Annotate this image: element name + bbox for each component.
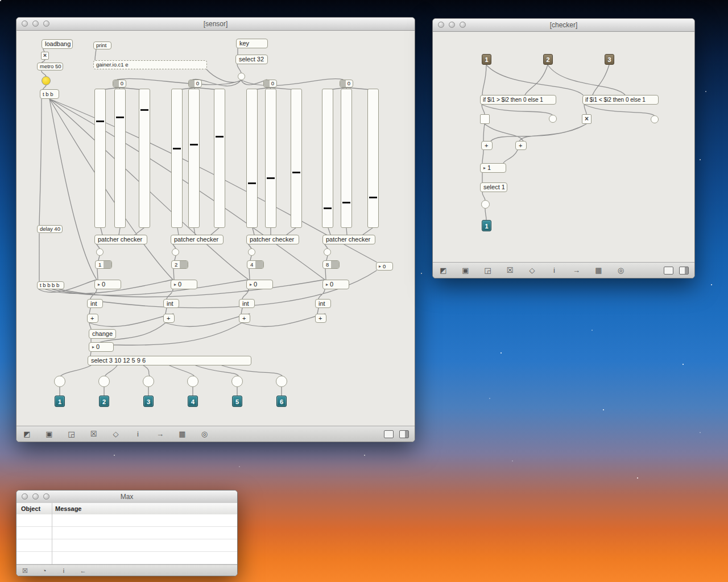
info-icon[interactable]: i xyxy=(133,430,143,439)
bang-button[interactable] xyxy=(42,76,51,85)
number-box[interactable]: 1 xyxy=(95,260,112,269)
output-button[interactable]: 1 xyxy=(482,220,491,231)
print-object[interactable]: print xyxy=(93,41,111,49)
plus-object[interactable]: + xyxy=(515,141,527,150)
plus-object[interactable]: + xyxy=(315,314,326,323)
vertical-slider[interactable] xyxy=(214,89,225,228)
plus-object[interactable]: + xyxy=(163,314,175,323)
bang-indicator[interactable] xyxy=(481,200,490,209)
vertical-slider[interactable] xyxy=(341,89,352,228)
metro-object[interactable]: metro 50 xyxy=(37,63,63,70)
zoom-button[interactable] xyxy=(43,20,49,27)
if-greater-object[interactable]: if $i1 > $i2 then 0 else 1 xyxy=(480,95,556,105)
inlet-button[interactable]: 1 xyxy=(482,54,491,65)
trigger4-object[interactable]: t b b b b xyxy=(37,281,64,289)
save-icon[interactable]: ◇ xyxy=(111,430,121,439)
loadbang-object[interactable]: loadbang xyxy=(42,39,73,49)
number-box[interactable]: ▸0 xyxy=(376,262,393,271)
clear-icon[interactable]: ☒ xyxy=(21,567,29,575)
window-split-icon[interactable] xyxy=(399,430,409,438)
bang-button[interactable] xyxy=(54,376,65,387)
clock-icon[interactable]: ◔ xyxy=(40,567,48,575)
vertical-slider[interactable] xyxy=(322,89,333,228)
close-button[interactable] xyxy=(22,493,28,500)
plus-object[interactable]: + xyxy=(481,141,493,150)
back-icon[interactable]: ← xyxy=(79,567,87,575)
window-single-icon[interactable] xyxy=(664,267,673,275)
audio-icon[interactable]: ◎ xyxy=(616,266,626,275)
audio-icon[interactable]: ◎ xyxy=(200,430,209,439)
vertical-slider[interactable] xyxy=(246,89,258,228)
output-button[interactable]: 4 xyxy=(188,396,198,407)
bang-indicator[interactable] xyxy=(172,248,179,256)
int-object[interactable]: int xyxy=(315,299,331,308)
vertical-slider[interactable] xyxy=(291,89,302,228)
output-button[interactable]: 1 xyxy=(55,396,65,407)
bang-button[interactable] xyxy=(98,376,110,387)
minimize-button[interactable] xyxy=(32,20,39,27)
bang-button[interactable] xyxy=(187,376,198,387)
vertical-slider[interactable] xyxy=(94,89,106,228)
number-box[interactable]: 4 xyxy=(247,260,264,269)
vertical-slider[interactable] xyxy=(171,89,183,228)
number-box[interactable]: ▸0 xyxy=(89,342,114,352)
lock-icon[interactable]: ◩ xyxy=(22,430,32,439)
number-box[interactable]: 8 xyxy=(322,260,340,269)
console-body[interactable] xyxy=(16,514,237,564)
column-message[interactable]: Message xyxy=(55,503,81,514)
info-icon[interactable]: i xyxy=(549,266,559,275)
action-icon[interactable]: → xyxy=(155,430,165,439)
toggle-object[interactable]: × xyxy=(41,52,49,60)
int-object[interactable]: int xyxy=(239,299,255,308)
minimize-button[interactable] xyxy=(449,22,455,28)
patcher-object[interactable]: patcher checker xyxy=(322,235,375,244)
change-object[interactable]: change xyxy=(89,329,116,339)
bang-button[interactable] xyxy=(231,376,243,387)
number-box[interactable]: ▸1 xyxy=(480,163,506,173)
number-box[interactable]: ▸0 xyxy=(94,280,121,289)
number-box[interactable]: ▸0 xyxy=(171,280,197,289)
close-button[interactable] xyxy=(22,20,28,27)
save-icon[interactable]: ◇ xyxy=(527,266,537,275)
grid-icon[interactable]: ▦ xyxy=(594,266,603,275)
output-button[interactable]: 3 xyxy=(143,396,154,407)
console-titlebar[interactable]: Max xyxy=(16,490,237,504)
vertical-slider[interactable] xyxy=(114,89,126,228)
int-object[interactable]: int xyxy=(87,299,103,308)
close-button[interactable] xyxy=(438,22,444,28)
number-box[interactable]: 0 xyxy=(113,80,126,88)
new-object-icon[interactable]: ▣ xyxy=(44,430,54,439)
output-button[interactable]: 6 xyxy=(276,396,287,407)
bang-indicator[interactable] xyxy=(96,248,104,256)
patcher-object[interactable]: patcher checker xyxy=(171,235,224,244)
zoom-button[interactable] xyxy=(43,493,49,500)
window-single-icon[interactable] xyxy=(384,430,394,438)
zoom-button[interactable] xyxy=(460,22,466,28)
toggle-object[interactable]: × xyxy=(582,114,592,124)
gainer-object[interactable]: gainer.io.c1 e xyxy=(93,60,207,69)
new-object-icon[interactable]: ▣ xyxy=(461,266,470,275)
number-box[interactable]: 0 xyxy=(340,80,353,88)
inlet-button[interactable]: 3 xyxy=(605,54,614,65)
plus-object[interactable]: + xyxy=(87,314,98,323)
minimize-button[interactable] xyxy=(32,493,39,500)
inlet-button[interactable]: 2 xyxy=(543,54,553,65)
sensor-titlebar[interactable]: [sensor] xyxy=(16,18,415,31)
toggle-object[interactable] xyxy=(480,114,490,124)
patcher-object[interactable]: patcher checker xyxy=(246,235,299,244)
column-object[interactable]: Object xyxy=(21,503,40,514)
bang-indicator[interactable] xyxy=(248,248,255,256)
if-less-object[interactable]: if $i1 < $i2 then 0 else 1 xyxy=(582,95,659,105)
presentation-icon[interactable]: ◲ xyxy=(67,430,76,439)
delete-icon[interactable]: ☒ xyxy=(89,430,98,439)
info-icon[interactable]: i xyxy=(60,567,68,575)
number-box[interactable]: ▸0 xyxy=(246,280,273,289)
column-divider[interactable] xyxy=(52,503,52,564)
vertical-slider[interactable] xyxy=(265,89,276,228)
vertical-slider[interactable] xyxy=(139,89,150,228)
delay-object[interactable]: delay 40 xyxy=(37,225,63,233)
select-object[interactable]: select 3 10 12 5 9 6 xyxy=(88,356,251,365)
checker-titlebar[interactable]: [checker] xyxy=(433,19,694,32)
bang-indicator[interactable] xyxy=(324,248,331,256)
bang-indicator[interactable] xyxy=(651,115,659,123)
